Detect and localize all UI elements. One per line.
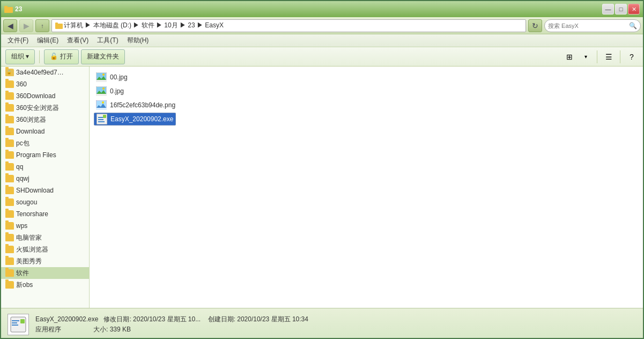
- view-dropdown-button[interactable]: ▾: [579, 50, 593, 64]
- file-grid: 00.jpg 0.jpg 16f5c2efc63b94de.png EasyX_…: [94, 71, 639, 126]
- folder-icon: [5, 246, 14, 253]
- file-label: 16f5c2efc63b94de.png: [110, 101, 175, 109]
- search-input[interactable]: [548, 23, 627, 29]
- svg-rect-8: [96, 80, 107, 82]
- sidebar-item-label: 电脑管家: [16, 233, 42, 242]
- file-area[interactable]: 00.jpg 0.jpg 16f5c2efc63b94de.png EasyX_…: [90, 67, 643, 308]
- menu-help[interactable]: 帮助(H): [123, 35, 153, 46]
- view-icon-button[interactable]: ⊞: [562, 50, 576, 64]
- folder-icon: [5, 281, 14, 289]
- folder-icon: 🔒: [5, 69, 14, 76]
- sidebar: 🔒3a4e40ef9ed7…360360Download360安全浏览器360浏…: [1, 67, 90, 308]
- folder-icon: [5, 198, 14, 206]
- sidebar-item-label: sougou: [16, 198, 37, 206]
- menu-edit[interactable]: 编辑(E): [33, 35, 63, 46]
- close-button[interactable]: ✕: [628, 4, 640, 14]
- status-line2: 应用程序 大小: 339 KB: [35, 325, 636, 334]
- folder-icon: [5, 210, 14, 218]
- sidebar-item[interactable]: 火狐浏览器: [1, 244, 89, 255]
- sidebar-item-label: 美图秀秀: [16, 257, 42, 266]
- breadcrumb-text: 计算机 ▶ 本地磁盘 (D:) ▶ 软件 ▶ 10月 ▶ 23 ▶ EasyX: [64, 21, 224, 30]
- file-item[interactable]: 0.jpg: [94, 85, 126, 98]
- folder-icon: [5, 222, 14, 230]
- sidebar-item-label: 软件: [16, 269, 29, 278]
- minimize-button[interactable]: —: [602, 4, 614, 14]
- folder-icon: [5, 128, 14, 135]
- status-size: 大小: 339 KB: [93, 326, 131, 333]
- refresh-button[interactable]: ↻: [528, 19, 542, 32]
- sidebar-item[interactable]: qq: [1, 161, 89, 173]
- svg-point-17: [102, 101, 104, 104]
- toolbar-separator2: [597, 50, 597, 63]
- help-button[interactable]: ?: [625, 50, 639, 64]
- sidebar-item[interactable]: wps: [1, 220, 89, 232]
- status-info: EasyX_20200902.exe 修改日期: 2020/10/23 星期五 …: [35, 315, 636, 334]
- svg-rect-22: [98, 121, 105, 122]
- file-item[interactable]: EasyX_20200902.exe: [94, 113, 176, 126]
- sidebar-item[interactable]: 360安全浏览器: [1, 102, 89, 114]
- organize-button[interactable]: 组织 ▾: [5, 49, 35, 64]
- maximize-button[interactable]: □: [615, 4, 627, 14]
- file-item[interactable]: 00.jpg: [94, 71, 130, 84]
- svg-rect-13: [96, 94, 107, 96]
- sidebar-item-label: 360浏览器: [16, 115, 46, 124]
- open-button[interactable]: 🔓 打开: [44, 49, 78, 64]
- sidebar-item[interactable]: Program Files: [1, 149, 89, 161]
- file-icon: [97, 114, 107, 124]
- sidebar-item[interactable]: 360Download: [1, 90, 89, 102]
- sidebar-item[interactable]: 新obs: [1, 279, 89, 291]
- file-item[interactable]: 16f5c2efc63b94de.png: [94, 99, 177, 112]
- back-button[interactable]: ◀: [3, 19, 17, 32]
- preview-pane-button[interactable]: ☰: [602, 50, 616, 64]
- folder-icon: [5, 163, 14, 171]
- svg-rect-1: [4, 6, 8, 8]
- svg-rect-21: [98, 119, 103, 120]
- svg-rect-26: [12, 322, 17, 323]
- status-meta1: 修改日期: 2020/10/23 星期五 10...: [103, 315, 201, 323]
- statusbar: EasyX_20200902.exe 修改日期: 2020/10/23 星期五 …: [1, 308, 643, 339]
- folder-icon: [5, 92, 14, 100]
- svg-rect-18: [96, 108, 107, 110]
- sidebar-item[interactable]: 360浏览器: [1, 114, 89, 126]
- sidebar-item-label: SHDownload: [16, 187, 54, 194]
- sidebar-item[interactable]: SHDownload: [1, 185, 89, 196]
- titlebar-left: 23: [4, 5, 22, 13]
- sidebar-item[interactable]: 电脑管家: [1, 232, 89, 244]
- sidebar-item[interactable]: sougou: [1, 196, 89, 208]
- file-label: EasyX_20200902.exe: [110, 115, 173, 123]
- folder-icon: [5, 104, 14, 112]
- sidebar-item[interactable]: qqwj: [1, 173, 89, 185]
- sidebar-item-label: 360安全浏览器: [16, 104, 59, 113]
- titlebar-title: 23: [15, 5, 22, 13]
- sidebar-item-label: qqwj: [16, 175, 29, 182]
- sidebar-item[interactable]: pc包: [1, 137, 89, 149]
- sidebar-item[interactable]: 360: [1, 78, 89, 90]
- menu-view[interactable]: 查看(V): [63, 35, 93, 46]
- titlebar-controls: — □ ✕: [602, 4, 640, 14]
- menu-tools[interactable]: 工具(T): [93, 35, 122, 46]
- file-label: 0.jpg: [110, 87, 124, 95]
- menu-file[interactable]: 文件(F): [3, 35, 33, 46]
- up-button[interactable]: ↑: [35, 19, 49, 32]
- forward-button[interactable]: ▶: [19, 19, 33, 32]
- sidebar-item[interactable]: Download: [1, 126, 89, 137]
- sidebar-item-label: Program Files: [16, 151, 56, 159]
- status-filename: EasyX_20200902.exe: [35, 315, 98, 323]
- sidebar-item-label: qq: [16, 163, 23, 171]
- sidebar-item-label: 360: [16, 80, 27, 88]
- toolbar-separator: [39, 50, 40, 63]
- svg-rect-3: [55, 23, 58, 25]
- sidebar-item-label: 新obs: [16, 281, 33, 290]
- breadcrumb[interactable]: 计算机 ▶ 本地磁盘 (D:) ▶ 软件 ▶ 10月 ▶ 23 ▶ EasyX: [51, 19, 526, 32]
- sidebar-item[interactable]: 🔒3a4e40ef9ed7…: [1, 67, 89, 78]
- folder-icon: [5, 269, 14, 277]
- file-icon: [96, 100, 107, 110]
- sidebar-item[interactable]: 美图秀秀: [1, 255, 89, 267]
- file-icon: [96, 86, 107, 97]
- new-folder-button[interactable]: 新建文件夹: [81, 49, 125, 64]
- sidebar-item[interactable]: Tenorshare: [1, 208, 89, 220]
- sidebar-item-label: wps: [16, 222, 27, 230]
- folder-icon: [5, 234, 14, 241]
- sidebar-item[interactable]: 软件: [1, 267, 89, 279]
- menubar: 文件(F) 编辑(E) 查看(V) 工具(T) 帮助(H): [1, 34, 643, 47]
